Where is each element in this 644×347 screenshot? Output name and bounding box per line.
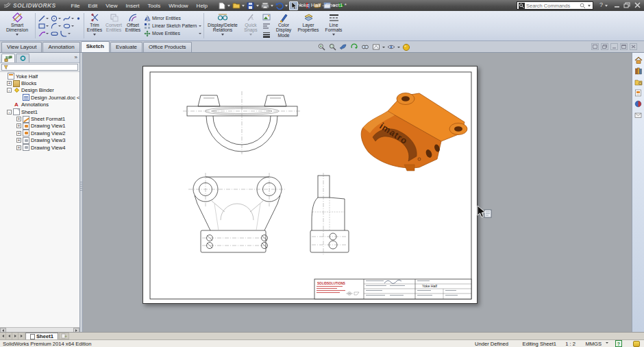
sketch-tool-icon[interactable] — [304, 1, 312, 10]
color-display-mode-button[interactable]: Color Display Mode — [272, 11, 295, 40]
tab-evaluate[interactable]: Evaluate — [110, 42, 143, 52]
zoom-to-area-icon[interactable] — [327, 43, 337, 51]
dropdown-caret-icon[interactable] — [333, 5, 336, 7]
tree-item-drawing-view1[interactable]: + Drawing View1 — [0, 123, 79, 130]
drawing-view-side[interactable] — [310, 173, 349, 256]
sheet-nav-first-icon[interactable] — [0, 333, 6, 339]
dropdown-caret-icon[interactable] — [199, 33, 201, 34]
print-icon[interactable] — [260, 1, 269, 10]
tree-item-drawing-view3[interactable]: + Drawing View3 — [0, 137, 79, 144]
units-text[interactable]: MMGS — [585, 341, 602, 347]
fillet-tool[interactable] — [60, 30, 71, 37]
dropdown-caret-icon[interactable] — [16, 34, 18, 36]
options-icon[interactable] — [323, 1, 332, 10]
open-document-icon[interactable] — [232, 1, 240, 10]
sheet-nav-prev-icon[interactable] — [6, 333, 12, 339]
doc-minimize-icon[interactable] — [610, 43, 618, 50]
doc-close-icon[interactable] — [630, 43, 637, 50]
design-library-icon[interactable] — [634, 67, 643, 75]
tab-sketch[interactable]: Sketch — [81, 41, 110, 52]
dropdown-caret-icon[interactable] — [71, 18, 74, 19]
tree-filter-input[interactable] — [10, 65, 76, 70]
sheet-nav-next-icon[interactable] — [12, 333, 18, 339]
menu-view[interactable]: View — [101, 2, 121, 10]
slot-tool[interactable] — [50, 30, 59, 37]
dropdown-caret-icon[interactable] — [221, 34, 224, 36]
previous-view-icon[interactable] — [338, 43, 348, 51]
dropdown-caret-icon[interactable] — [93, 34, 96, 36]
point-tool[interactable] — [75, 16, 82, 21]
tree-item-design-binder[interactable]: - Design Binder — [0, 87, 79, 94]
hide-show-items-icon[interactable] — [386, 43, 396, 51]
doc-cascade-icon[interactable] — [601, 43, 608, 50]
freeform-tool[interactable] — [38, 30, 49, 37]
smart-dimension-button[interactable]: Smart Dimension — [0, 11, 34, 40]
expander-toggle[interactable]: + — [16, 131, 21, 136]
custom-properties-icon[interactable] — [634, 110, 643, 119]
line-thickness-button[interactable] — [262, 31, 271, 39]
minimize-icon[interactable] — [613, 2, 621, 8]
dropdown-caret-icon[interactable] — [249, 34, 252, 36]
move-entities-button[interactable]: Move Entities — [144, 30, 201, 37]
save-icon[interactable] — [246, 1, 255, 10]
tab-office-products[interactable]: Office Products — [143, 42, 192, 52]
help-icon[interactable]: ? — [599, 1, 603, 8]
dropdown-caret-icon[interactable] — [46, 25, 49, 27]
trim-entities-button[interactable]: Trim Entities — [85, 11, 104, 40]
rebuild-icon[interactable] — [313, 1, 322, 10]
solidworks-resources-icon[interactable] — [634, 56, 643, 64]
rotate-view-icon[interactable] — [349, 43, 359, 51]
property-manager-tab[interactable] — [16, 53, 29, 62]
sheet-nav-last-icon[interactable] — [18, 333, 25, 339]
menu-help[interactable]: Help — [193, 2, 212, 10]
quick-snaps-button[interactable]: Quick Snaps — [240, 11, 261, 40]
dropdown-caret-icon[interactable] — [242, 5, 245, 7]
sheet1-tab[interactable]: Sheet1 — [25, 333, 58, 339]
offset-entities-button[interactable]: Offset Entities — [123, 11, 143, 40]
dropdown-caret-icon[interactable] — [332, 34, 335, 36]
tree-item-sheet1[interactable]: - Sheet1 — [0, 108, 79, 115]
dimension-standard-button[interactable] — [262, 22, 271, 30]
tab-view-layout[interactable]: View Layout — [1, 42, 42, 52]
search-commands-input[interactable] — [526, 3, 578, 9]
doc-maximize-icon[interactable] — [620, 43, 628, 50]
tree-item-sheet-format1[interactable]: + Sheet Format1 — [0, 115, 79, 122]
zoom-to-fit-icon[interactable] — [317, 43, 326, 51]
dropdown-caret-icon[interactable] — [271, 5, 273, 7]
dropdown-caret-icon[interactable] — [285, 5, 288, 7]
expander-toggle[interactable]: + — [16, 117, 21, 121]
tree-item-drawing-view4[interactable]: + Drawing View4 — [0, 144, 79, 151]
rectangle-tool[interactable] — [38, 23, 49, 29]
menu-file[interactable]: File — [67, 2, 84, 10]
drawing-view-front[interactable] — [188, 173, 286, 252]
view-palette-icon[interactable] — [634, 88, 643, 97]
panel-expand-icon[interactable]: » — [75, 54, 77, 60]
units-caret-icon[interactable] — [606, 342, 608, 344]
menu-window[interactable]: Window — [164, 2, 192, 10]
search-commands-box[interactable] — [517, 1, 593, 10]
tree-filter-box[interactable] — [1, 64, 78, 71]
dropdown-caret-icon[interactable] — [46, 33, 49, 34]
dropdown-caret-icon[interactable] — [382, 47, 385, 48]
quick-tips-icon[interactable]: ? — [615, 340, 622, 347]
select-tool-icon[interactable] — [289, 1, 298, 10]
menu-edit[interactable]: Edit — [84, 2, 101, 10]
close-icon[interactable] — [634, 2, 641, 8]
arc-tool[interactable] — [50, 23, 62, 29]
mirror-entities-button[interactable]: Mirror Entities — [144, 15, 201, 22]
circle-tool[interactable] — [50, 15, 62, 22]
dropdown-caret-icon[interactable] — [68, 33, 71, 34]
panel-splitter[interactable] — [80, 53, 83, 333]
tree-item-design-journal[interactable]: Design Journal.doc <Emp — [0, 94, 79, 101]
display-delete-relations-button[interactable]: Display/Delete Relations — [205, 11, 240, 40]
search-magnifier-icon[interactable] — [580, 3, 586, 9]
title-block[interactable]: SOLIDSOLUTIONS — [314, 279, 471, 299]
drawing-view-isometric[interactable]: imatro — [361, 93, 467, 171]
tree-item-drawing-view2[interactable]: + Drawing View2 — [0, 130, 79, 136]
menu-insert[interactable]: Insert — [121, 2, 143, 10]
dropdown-caret-icon[interactable] — [397, 47, 400, 48]
convert-entities-button[interactable]: Convert Entities — [104, 11, 123, 40]
tree-item-yoke-half[interactable]: Yoke Half — [0, 73, 79, 80]
expander-toggle[interactable]: + — [16, 123, 21, 128]
line-formats-button[interactable]: Line Formats — [321, 11, 346, 40]
